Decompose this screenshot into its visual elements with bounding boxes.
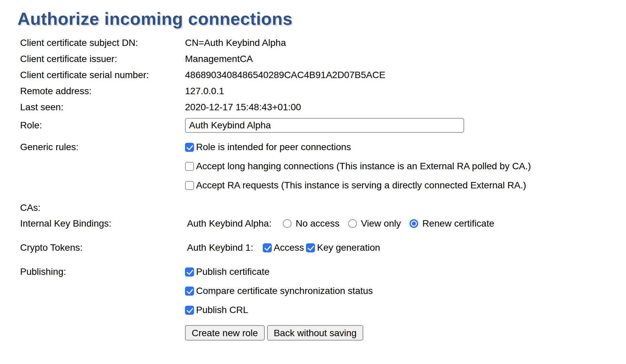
role-label: Role:: [20, 120, 185, 131]
internal-key-bindings-options: Auth Keybind Alpha: No access View only …: [185, 218, 503, 229]
generic-rules-section: Generic rules: Role is intended for peer…: [20, 141, 626, 191]
info-row-serial-number: Client certificate serial number: 486890…: [20, 67, 626, 83]
form-body: Client certificate subject DN: CN=Auth K…: [20, 35, 626, 341]
checkbox-long-hanging-connections[interactable]: [185, 162, 194, 171]
checkbox-label: Publish certificate: [196, 266, 269, 278]
checkbox-label: Publish CRL: [196, 304, 248, 316]
checkbox-label: Accept long hanging connections (This in…: [196, 161, 531, 172]
radio-no-access[interactable]: [283, 219, 292, 228]
publishing-options: Publish certificate Compare certificate …: [185, 266, 373, 316]
info-label: Last seen:: [20, 99, 185, 115]
internal-key-bindings-label: Internal Key Bindings:: [20, 218, 185, 229]
radio-item-view-only[interactable]: View only: [348, 218, 401, 229]
info-row-remote-address: Remote address: 127.0.0.1: [20, 83, 626, 99]
publishing-label: Publishing:: [20, 266, 185, 278]
cas-row: CAs:: [20, 201, 626, 215]
info-row-last-seen: Last seen: 2020-12-17 15:48:43+01:00: [20, 99, 626, 115]
checkbox-item-compare-sync-status[interactable]: Compare certificate synchronization stat…: [185, 285, 373, 297]
checkbox-publish-crl[interactable]: [185, 306, 194, 315]
info-label: Remote address:: [20, 83, 185, 99]
info-row-issuer: Client certificate issuer: ManagementCA: [20, 51, 626, 67]
checkbox-publish-certificate[interactable]: [185, 267, 194, 277]
radio-label: No access: [296, 218, 339, 229]
checkbox-label: Compare certificate synchronization stat…: [196, 285, 373, 297]
authorize-incoming-connections-page: Authorize incoming connections Client ce…: [0, 9, 626, 341]
publishing-section: Publishing: Publish certificate Compare …: [20, 266, 626, 316]
radio-label: Renew certificate: [422, 218, 494, 229]
internal-key-bindings-row: Internal Key Bindings: Auth Keybind Alph…: [20, 218, 626, 229]
checkbox-key-generation[interactable]: [306, 243, 315, 252]
checkbox-item-key-generation[interactable]: Key generation: [306, 242, 380, 253]
info-label: Client certificate serial number:: [20, 67, 185, 83]
radio-item-renew-certificate[interactable]: Renew certificate: [410, 218, 494, 229]
generic-rules-label: Generic rules:: [20, 141, 185, 153]
role-input[interactable]: [185, 118, 464, 133]
create-new-role-button[interactable]: Create new role: [185, 325, 265, 341]
checkbox-label: Accept RA requests (This instance is ser…: [196, 180, 526, 191]
info-value: 2020-12-17 15:48:43+01:00: [185, 99, 301, 115]
checkbox-item-peer-connections[interactable]: Role is intended for peer connections: [185, 141, 531, 153]
checkbox-item-long-hanging-connections[interactable]: Accept long hanging connections (This in…: [185, 161, 531, 172]
checkbox-item-publish-crl[interactable]: Publish CRL: [185, 304, 373, 316]
radio-renew-certificate[interactable]: [410, 219, 418, 228]
crypto-tokens-label: Crypto Tokens:: [20, 242, 185, 253]
checkbox-item-access[interactable]: Access: [263, 242, 304, 253]
crypto-tokens-options: Auth Keybind 1: Access Key generation: [185, 242, 380, 253]
checkbox-ra-requests[interactable]: [185, 181, 194, 190]
info-row-subject-dn: Client certificate subject DN: CN=Auth K…: [20, 35, 626, 51]
action-buttons: Create new role Back without saving: [185, 325, 366, 341]
back-without-saving-button[interactable]: Back without saving: [267, 325, 363, 341]
role-row: Role:: [20, 118, 626, 133]
checkbox-peer-connections[interactable]: [185, 143, 194, 152]
generic-rules-options: Role is intended for peer connections Ac…: [185, 141, 531, 191]
info-label: Client certificate subject DN:: [20, 35, 185, 51]
radio-label: View only: [361, 218, 401, 229]
checkbox-item-publish-certificate[interactable]: Publish certificate: [185, 266, 373, 278]
checkbox-label: Access: [274, 242, 304, 253]
crypto-token-name: Auth Keybind 1:: [185, 242, 253, 253]
info-value: ManagementCA: [185, 51, 253, 67]
page-title: Authorize incoming connections: [17, 9, 626, 29]
checkbox-label: Key generation: [317, 242, 380, 253]
checkbox-compare-sync-status[interactable]: [185, 287, 194, 296]
info-label: Client certificate issuer:: [20, 51, 185, 67]
info-value: 4868903408486540289CAC4B91A2D07B5ACE: [185, 67, 385, 83]
crypto-tokens-row: Crypto Tokens: Auth Keybind 1: Access Ke…: [20, 242, 626, 253]
info-value: CN=Auth Keybind Alpha: [185, 35, 286, 51]
radio-view-only[interactable]: [348, 219, 357, 228]
key-binding-name: Auth Keybind Alpha:: [185, 218, 271, 229]
checkbox-access[interactable]: [263, 243, 272, 252]
cas-label: CAs:: [20, 202, 185, 214]
info-value: 127.0.0.1: [185, 83, 224, 99]
action-buttons-row: Create new role Back without saving: [20, 325, 626, 341]
checkbox-item-ra-requests[interactable]: Accept RA requests (This instance is ser…: [185, 180, 531, 191]
radio-item-no-access[interactable]: No access: [283, 218, 339, 229]
checkbox-label: Role is intended for peer connections: [196, 141, 351, 153]
